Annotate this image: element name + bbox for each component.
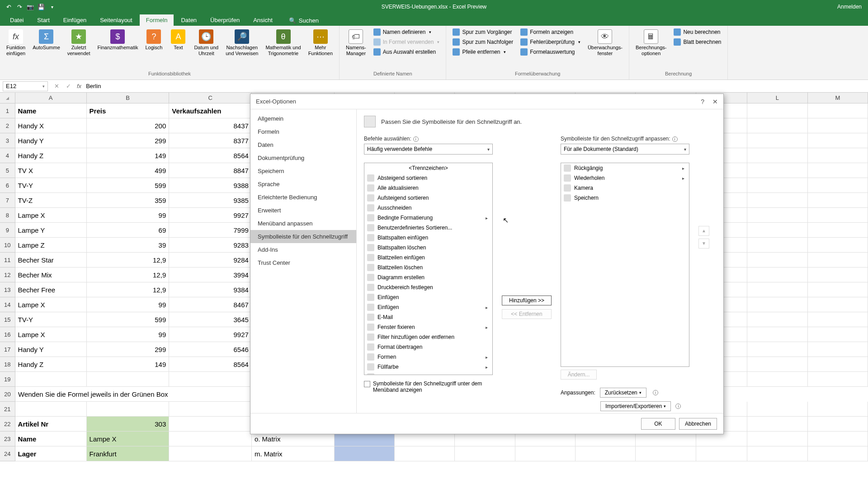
col-header[interactable]: M <box>808 93 868 103</box>
row-header[interactable]: 16 <box>0 327 15 342</box>
available-commands-list[interactable]: <Trennzeichen>Absteigend sortierenAlle a… <box>364 163 493 375</box>
cell[interactable]: 99 <box>87 327 170 342</box>
row-header[interactable]: 4 <box>0 148 15 163</box>
cell[interactable] <box>747 282 807 297</box>
list-item[interactable]: Rückgängig▸ <box>561 163 689 173</box>
tab-einfuegen[interactable]: Einfügen <box>57 14 93 26</box>
cell[interactable] <box>808 133 868 148</box>
cell[interactable] <box>808 223 868 238</box>
options-nav-item[interactable]: Speichern <box>250 164 356 178</box>
watch-window-button[interactable]: 👁Überwachungs- fenster <box>585 28 625 58</box>
row-header[interactable]: 20 <box>0 387 15 402</box>
cell[interactable]: Name <box>15 103 87 118</box>
cell[interactable]: 149 <box>87 148 170 163</box>
cell[interactable] <box>747 327 807 342</box>
cell[interactable] <box>747 133 807 148</box>
cell[interactable]: Becher Mix <box>15 267 87 282</box>
cell[interactable] <box>747 402 807 417</box>
info-icon[interactable]: i <box>413 136 419 142</box>
list-item[interactable]: Druckbereich festlegen <box>364 282 492 292</box>
list-item[interactable]: Funktion einfügen <box>364 372 492 375</box>
cell[interactable] <box>747 238 807 253</box>
cell[interactable]: 12,9 <box>87 253 170 267</box>
cell[interactable]: 299 <box>87 342 170 357</box>
col-header[interactable]: L <box>747 93 807 103</box>
camera-icon[interactable]: 📷 <box>26 3 34 11</box>
cell[interactable] <box>747 253 807 267</box>
cell[interactable]: 12,9 <box>87 267 170 282</box>
logical-button[interactable]: ?Logisch <box>142 28 165 52</box>
tab-ansicht[interactable]: Ansicht <box>247 14 279 26</box>
name-box[interactable]: E12▾ <box>3 81 48 91</box>
list-item[interactable]: <Trennzeichen> <box>364 163 492 173</box>
row-header[interactable]: 3 <box>0 133 15 148</box>
show-qat-below-ribbon-checkbox[interactable] <box>364 381 370 387</box>
cell[interactable] <box>747 432 807 446</box>
cell[interactable] <box>747 357 807 372</box>
col-header[interactable]: B <box>87 93 170 103</box>
cell[interactable] <box>808 238 868 253</box>
cell[interactable] <box>169 446 252 461</box>
error-checking-button[interactable]: Fehlerüberprüfung▾ <box>518 38 583 47</box>
recently-used-button[interactable]: ★Zuletzt verwendet <box>65 28 93 58</box>
use-in-formula-button[interactable]: In Formel verwenden▾ <box>371 38 443 47</box>
list-item[interactable]: Wiederholen▸ <box>561 173 689 183</box>
cell[interactable] <box>808 282 868 297</box>
redo-icon[interactable]: ↷ <box>15 3 24 11</box>
remove-arrows-button[interactable]: Pfeile entfernen▾ <box>450 47 516 56</box>
list-item[interactable]: Bedingte Formatierung▸ <box>364 213 492 223</box>
show-formulas-button[interactable]: Formeln anzeigen <box>518 28 583 37</box>
cell[interactable] <box>747 178 807 193</box>
select-all-corner[interactable]: ◢ <box>0 93 15 103</box>
cell[interactable] <box>455 446 515 461</box>
list-item[interactable]: Einfügen <box>364 292 492 302</box>
cell[interactable]: 149 <box>87 357 170 372</box>
cell[interactable] <box>808 148 868 163</box>
cell[interactable]: 39 <box>87 238 170 253</box>
cell[interactable] <box>808 402 868 417</box>
insert-function-button[interactable]: fxFunktion einfügen <box>4 28 28 58</box>
col-header[interactable]: C <box>169 93 252 103</box>
tell-me-search[interactable]: 🔍 Suchen <box>289 17 319 26</box>
create-from-selection-button[interactable]: Aus Auswahl erstellen <box>371 47 443 56</box>
row-header[interactable]: 6 <box>0 178 15 193</box>
formula-input[interactable]: Berlin <box>86 83 101 89</box>
cell[interactable] <box>808 417 868 432</box>
row-header[interactable]: 12 <box>0 267 15 282</box>
row-header[interactable]: 11 <box>0 253 15 267</box>
customize-qat-combo[interactable]: Für alle Dokumente (Standard)▾ <box>561 144 689 155</box>
cell[interactable]: Lampe Z <box>15 238 87 253</box>
cell[interactable] <box>808 178 868 193</box>
list-item[interactable]: Formen▸ <box>364 352 492 362</box>
cell[interactable]: TV-Y <box>15 312 87 327</box>
list-item[interactable]: Einfügen▸ <box>364 302 492 312</box>
list-item[interactable]: Kamera <box>561 183 689 193</box>
list-item[interactable]: Benutzerdefiniertes Sortieren... <box>364 223 492 233</box>
current-qat-list[interactable]: Rückgängig▸Wiederholen▸KameraSpeichern <box>561 163 689 367</box>
cell[interactable]: Handy Z <box>15 357 87 372</box>
cell[interactable] <box>747 312 807 327</box>
cell[interactable]: Lampe X <box>87 432 170 446</box>
list-item[interactable]: Blattzeilen löschen <box>364 263 492 272</box>
tab-formeln[interactable]: Formeln <box>140 14 174 26</box>
options-nav-item[interactable]: Trust Center <box>250 256 356 269</box>
list-item[interactable]: Blattzeilen einfügen <box>364 253 492 263</box>
col-header[interactable]: A <box>15 93 87 103</box>
enter-formula-icon[interactable]: ✓ <box>63 83 73 89</box>
options-nav-item[interactable]: Daten <box>250 138 356 151</box>
cell[interactable] <box>169 402 252 417</box>
text-button[interactable]: AText <box>167 28 189 52</box>
list-item[interactable]: Ausschneiden <box>364 203 492 213</box>
cell[interactable]: 9385 <box>169 193 252 208</box>
cell[interactable] <box>87 372 170 387</box>
fx-icon[interactable]: fx <box>77 83 81 89</box>
tab-seitenlayout[interactable]: Seitenlayout <box>94 14 139 26</box>
options-nav-item[interactable]: Dokumentprüfung <box>250 151 356 164</box>
cell[interactable] <box>808 357 868 372</box>
options-nav-item[interactable]: Add-Ins <box>250 243 356 256</box>
cell[interactable]: 8564 <box>169 148 252 163</box>
financial-button[interactable]: $Finanzmathematik <box>95 28 141 52</box>
reset-button[interactable]: Zurücksetzen▾ <box>600 388 646 398</box>
cell[interactable] <box>808 446 868 461</box>
cell[interactable] <box>808 193 868 208</box>
